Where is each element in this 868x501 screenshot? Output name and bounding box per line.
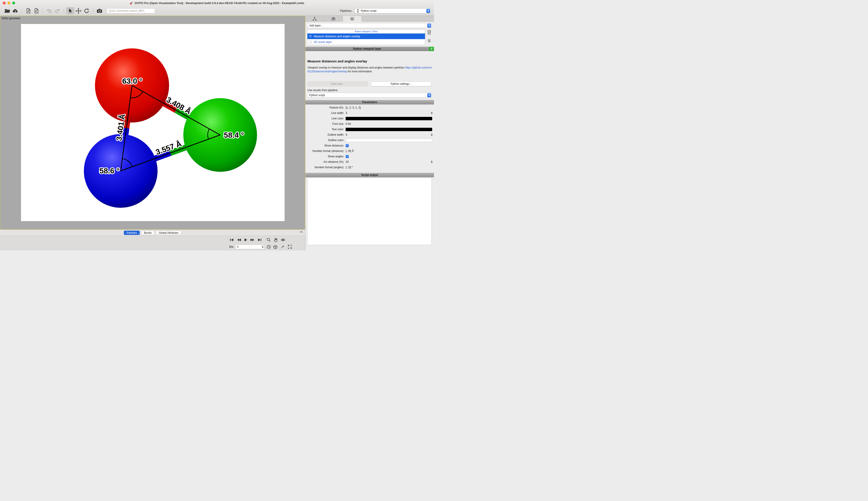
hand-icon bbox=[274, 238, 278, 242]
render-active-viewport-button[interactable] bbox=[272, 244, 279, 250]
frame-spinner[interactable] bbox=[236, 245, 265, 249]
view-tool-button[interactable] bbox=[279, 237, 287, 243]
layer-item-3d-scene[interactable]: ✓ 3D scene layer bbox=[308, 39, 425, 45]
inspector-collapse-button[interactable] bbox=[300, 231, 303, 233]
results-pipeline-select[interactable]: Python script bbox=[307, 93, 432, 98]
animation-bar bbox=[0, 236, 305, 250]
delete-layer-button[interactable] bbox=[427, 29, 432, 35]
layer-checkbox-checked[interactable]: ✓ bbox=[309, 41, 312, 44]
text-color-swatch[interactable] bbox=[346, 128, 432, 131]
clock-icon bbox=[267, 245, 271, 249]
script-output-area[interactable] bbox=[307, 178, 432, 245]
arc-distance-stepper[interactable] bbox=[431, 160, 433, 163]
render-button[interactable] bbox=[95, 7, 104, 14]
animation-keys-button[interactable] bbox=[228, 244, 234, 250]
tab-particles[interactable]: Particles bbox=[124, 231, 140, 235]
outline-width-field[interactable]: 3 bbox=[346, 133, 347, 136]
maximize-viewport-button[interactable] bbox=[286, 244, 293, 250]
param-label: Show distances: bbox=[306, 144, 346, 147]
param-label: Line width: bbox=[306, 111, 346, 115]
close-window-button[interactable] bbox=[3, 2, 6, 4]
eye-icon bbox=[280, 237, 286, 242]
param-row-show-angles: Show angles: ✓ bbox=[306, 154, 434, 159]
search-input[interactable] bbox=[107, 8, 155, 13]
scene-svg: 63.0 ° 58.4 ° 58.6 ° 3.408 Å 3.401 Å 3.5… bbox=[21, 24, 285, 221]
show-angles-checkbox[interactable]: ✓ bbox=[346, 155, 349, 158]
redo-button[interactable] bbox=[53, 7, 62, 14]
tab-pipelines[interactable] bbox=[306, 16, 324, 22]
rotate-mode-button[interactable] bbox=[83, 7, 90, 14]
dropdown-stepper-icon bbox=[426, 9, 430, 13]
arc-distance-field[interactable]: 20 bbox=[346, 160, 349, 163]
tab-rendering[interactable] bbox=[324, 16, 343, 22]
viewport-ortho[interactable]: Ortho (preview) bbox=[0, 16, 305, 230]
stepper-up-arrow bbox=[429, 94, 430, 95]
layer-checkbox-checked[interactable]: ✓ bbox=[309, 35, 312, 38]
particle-ids-field[interactable]: [1, 2, 3, 1, 2] bbox=[346, 106, 361, 109]
tab-bonds[interactable]: Bonds bbox=[141, 231, 154, 235]
show-distances-checkbox[interactable]: ✓ bbox=[346, 144, 349, 147]
zoom-tool-button[interactable] bbox=[265, 237, 272, 243]
move-mode-button[interactable] bbox=[74, 7, 83, 14]
line-width-stepper[interactable] bbox=[431, 112, 433, 114]
skip-end-icon bbox=[257, 238, 262, 242]
edit-code-button[interactable]: Edit code... bbox=[308, 82, 368, 86]
viewport-label[interactable]: Ortho (preview) bbox=[2, 17, 20, 20]
fullscreen-window-button[interactable] bbox=[12, 2, 15, 4]
angle-label-right: 58.4 ° bbox=[224, 131, 244, 139]
frame-stepper-icon[interactable] bbox=[262, 246, 264, 248]
outline-width-stepper[interactable] bbox=[431, 134, 433, 136]
line-width-field[interactable]: 3 bbox=[346, 111, 347, 115]
param-row-outline-color: Outline color: bbox=[306, 137, 434, 143]
overlay-heading: Measure distances and angles overlay bbox=[308, 60, 367, 63]
python-settings-button[interactable]: Python settings... bbox=[371, 82, 431, 86]
window-title: OVITO Pro (Open Visualization Tool) - De… bbox=[0, 1, 434, 5]
line-color-swatch[interactable] bbox=[346, 117, 432, 120]
open-file-button[interactable] bbox=[3, 7, 11, 14]
number-format-distance-field[interactable]: {:.3f} Å bbox=[346, 149, 354, 153]
add-layer-select[interactable]: Add layer... bbox=[307, 23, 432, 28]
param-label: Show angles: bbox=[306, 155, 346, 158]
select-mode-button[interactable] bbox=[66, 7, 74, 14]
stepper-down-arrow bbox=[431, 162, 433, 163]
script-output-header: Script output bbox=[306, 173, 434, 177]
previous-frame-button[interactable] bbox=[236, 237, 243, 243]
font-size-field[interactable]: 0.04 bbox=[346, 122, 351, 126]
cube-icon bbox=[273, 244, 278, 249]
left-column: Ortho (preview) bbox=[0, 16, 305, 250]
param-label: Text color: bbox=[306, 128, 346, 131]
tab-viewport-layers[interactable] bbox=[343, 16, 362, 22]
jump-end-button[interactable] bbox=[256, 237, 263, 243]
param-label: Outline color: bbox=[306, 139, 346, 142]
pipeline-icon bbox=[356, 9, 360, 13]
stepper-up-arrow bbox=[429, 24, 430, 25]
pan-tool-button[interactable] bbox=[272, 237, 279, 243]
window-title-text: OVITO Pro (Open Visualization Tool) - De… bbox=[135, 2, 304, 5]
frame-input[interactable] bbox=[237, 245, 262, 248]
number-format-angles-field[interactable]: {:.1f} ° bbox=[346, 166, 353, 169]
use-results-label: Use results from pipeline: bbox=[308, 89, 338, 92]
play-icon bbox=[244, 238, 247, 242]
play-button[interactable] bbox=[243, 237, 249, 243]
load-remote-file-button[interactable] bbox=[11, 7, 20, 14]
export-file-button[interactable] bbox=[32, 7, 41, 14]
minimize-window-button[interactable] bbox=[8, 2, 10, 4]
pick-element-button[interactable] bbox=[279, 244, 286, 250]
angle-label-top: 63.0 ° bbox=[122, 77, 142, 85]
next-frame-button[interactable] bbox=[249, 237, 256, 243]
import-file-button[interactable] bbox=[24, 7, 32, 14]
pipeline-select[interactable]: Python script bbox=[354, 8, 431, 13]
toolbar-separator bbox=[64, 8, 64, 14]
help-button[interactable]: ? bbox=[429, 46, 434, 51]
tab-global-attributes[interactable]: Global Attributes bbox=[156, 231, 181, 235]
stepper-down-arrow bbox=[431, 135, 433, 136]
undo-button[interactable] bbox=[45, 7, 53, 14]
move-layer-down-button[interactable] bbox=[427, 39, 431, 43]
jump-start-button[interactable] bbox=[228, 237, 236, 243]
stepper-down-arrow bbox=[429, 26, 430, 27]
param-row-number-format-angles: Number format (angles): {:.1f} ° bbox=[306, 164, 434, 170]
toolbar-separator bbox=[93, 8, 93, 14]
animation-settings-button[interactable] bbox=[266, 244, 272, 250]
layer-item-measure-overlay[interactable]: ✓ Measure distances and angles overlay bbox=[308, 33, 425, 39]
outline-color-swatch[interactable] bbox=[346, 139, 432, 142]
